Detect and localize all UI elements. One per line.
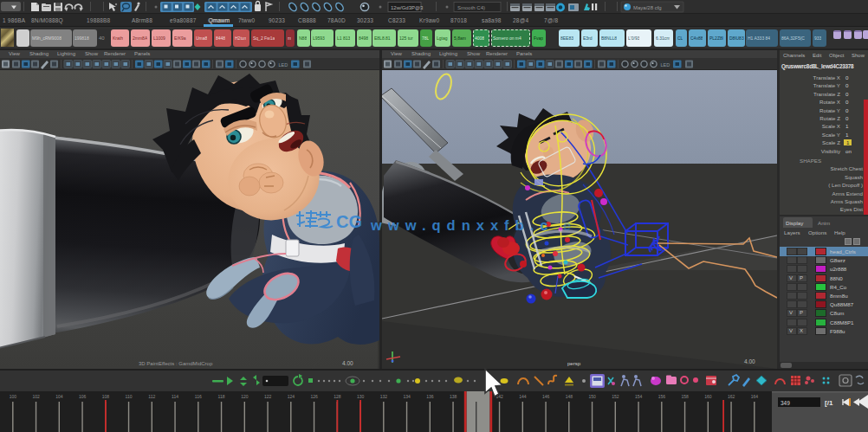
svg-text:118: 118 [218, 394, 225, 399]
svg-text:3D PaintEffects : GamdMidCrop: 3D PaintEffects : GamdMidCrop [139, 361, 213, 366]
svg-text:130: 130 [357, 394, 365, 399]
svg-text:134: 134 [403, 394, 411, 399]
svg-text:110: 110 [126, 394, 133, 399]
svg-text:112: 112 [148, 394, 155, 399]
svg-text:148: 148 [566, 394, 573, 399]
svg-text:116: 116 [195, 394, 202, 399]
svg-text:124: 124 [288, 394, 295, 399]
svg-text:152: 152 [612, 394, 619, 399]
svg-text:349: 349 [781, 400, 790, 406]
svg-text:108: 108 [102, 394, 110, 399]
svg-text:162: 162 [728, 394, 735, 399]
svg-text:100: 100 [10, 394, 17, 399]
svg-text:[/1: [/1 [825, 399, 833, 407]
svg-text:102: 102 [32, 394, 40, 399]
svg-text:4.00: 4.00 [744, 358, 755, 364]
svg-text:120: 120 [241, 394, 249, 399]
svg-text:Maya/28 cfg: Maya/28 cfg [633, 5, 662, 10]
svg-text:156: 156 [658, 394, 666, 399]
svg-text:104: 104 [55, 394, 63, 399]
svg-text:150: 150 [588, 394, 596, 399]
svg-text:114: 114 [172, 394, 178, 399]
svg-text:146: 146 [542, 394, 550, 399]
svg-text:154: 154 [635, 394, 643, 399]
svg-text:128: 128 [334, 394, 341, 399]
svg-text:160: 160 [704, 394, 712, 399]
svg-text:158: 158 [681, 394, 689, 399]
svg-text:138: 138 [450, 394, 457, 399]
svg-text:12w/Gd3P@3: 12w/Gd3P@3 [391, 5, 424, 10]
svg-text:Smooth C4): Smooth C4) [457, 5, 485, 10]
svg-text:136: 136 [426, 394, 434, 399]
svg-text:126: 126 [310, 394, 318, 399]
svg-text:persp: persp [567, 361, 581, 366]
svg-text:LED: LED [661, 62, 670, 68]
svg-text:164: 164 [751, 394, 759, 399]
svg-text:122: 122 [264, 394, 272, 399]
svg-text:132: 132 [380, 394, 388, 399]
svg-text:144: 144 [519, 394, 527, 399]
svg-text:LED: LED [279, 62, 288, 68]
svg-text:106: 106 [79, 394, 87, 399]
svg-text:4.00: 4.00 [342, 360, 353, 366]
